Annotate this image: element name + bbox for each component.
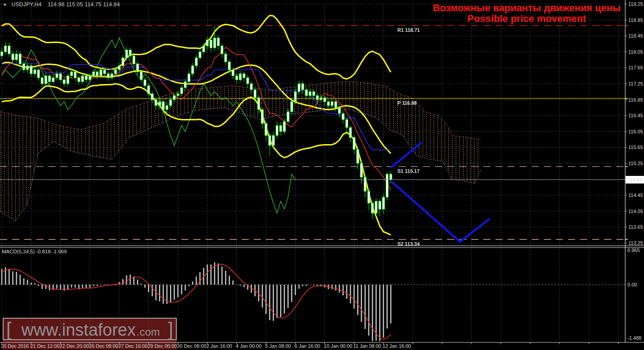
annotation-line-en: Possible price movement xyxy=(433,13,621,24)
bollinger-bands xyxy=(2,16,391,235)
svg-text:113.65: 113.65 xyxy=(628,224,643,230)
panel-separators[interactable] xyxy=(0,0,644,342)
chart-canvas[interactable]: R1 118.71P 116.88S1 115.17S2 113.34119.2… xyxy=(0,0,644,350)
current-price-value: 114.84 xyxy=(627,177,642,183)
svg-text:2 Jan 16:00: 2 Jan 16:00 xyxy=(206,343,232,349)
svg-text:27 Dec 16:00: 27 Dec 16:00 xyxy=(118,343,147,349)
svg-text:0.965: 0.965 xyxy=(627,248,640,253)
svg-text:5 Jan 08:00: 5 Jan 08:00 xyxy=(265,343,291,349)
projection-arrow-2 xyxy=(392,182,489,242)
ohlc-values: 114.98 115.05 114.75 114.84 xyxy=(48,1,120,8)
svg-text:22 Dec 20:00: 22 Dec 20:00 xyxy=(60,343,89,349)
macd-histogram xyxy=(2,262,391,341)
tenkan-sen-line xyxy=(2,47,391,190)
svg-text:113.25: 113.25 xyxy=(628,240,643,246)
svg-text:118.05: 118.05 xyxy=(628,49,643,55)
price-axis[interactable]: 119.25118.85118.45118.05117.65117.25116.… xyxy=(625,1,644,341)
macd-indicator-label: MACD(5,34,5) -0.818 -1.069 xyxy=(2,249,67,254)
svg-text:116.05: 116.05 xyxy=(628,129,643,134)
svg-text:10 Jan 00:00: 10 Jan 00:00 xyxy=(324,343,353,349)
svg-text:115.25: 115.25 xyxy=(628,161,643,166)
svg-text:119.25: 119.25 xyxy=(628,1,643,7)
symbol-dropdown-icon[interactable]: ▼ xyxy=(3,2,7,7)
svg-text:115.65: 115.65 xyxy=(628,145,643,150)
level-label-S1: S1 115.17 xyxy=(397,168,420,174)
svg-text:116.45: 116.45 xyxy=(628,113,643,118)
price-movement-annotation: Возможные варианты движения цены Possibl… xyxy=(433,3,621,24)
svg-text:21 Dec 12:00: 21 Dec 12:00 xyxy=(30,343,60,349)
svg-text:0.00: 0.00 xyxy=(627,282,637,287)
svg-text:-1.488: -1.488 xyxy=(627,335,641,341)
svg-text:116.85: 116.85 xyxy=(628,97,643,102)
level-label-P: P 116.88 xyxy=(397,100,417,106)
candlestick-series xyxy=(0,26,392,219)
svg-text:4 Jan 00:00: 4 Jan 00:00 xyxy=(236,343,262,349)
svg-text:117.65: 117.65 xyxy=(628,65,643,70)
svg-text:114.45: 114.45 xyxy=(628,192,643,198)
macd-signal-line xyxy=(2,264,391,339)
svg-text:12 Jan 16:00: 12 Jan 16:00 xyxy=(383,343,411,349)
svg-text:6 Jan 16:00: 6 Jan 16:00 xyxy=(294,343,320,349)
svg-text:29 Dec 00:00: 29 Dec 00:00 xyxy=(148,343,177,349)
svg-text:20 Dec 2016: 20 Dec 2016 xyxy=(1,343,29,349)
svg-text:118.45: 118.45 xyxy=(628,33,643,38)
level-label-R1: R1 118.71 xyxy=(397,27,420,33)
svg-text:30 Dec 08:00: 30 Dec 08:00 xyxy=(177,343,206,349)
mt4-chart-window[interactable]: [ www.instaforex .com ] R1 118.71P 116.8… xyxy=(0,0,644,350)
annotation-line-ru: Возможные варианты движения цены xyxy=(433,3,621,13)
svg-text:11 Jan 08:00: 11 Jan 08:00 xyxy=(353,343,381,349)
svg-text:117.25: 117.25 xyxy=(628,81,643,86)
chart-header: ▼ USDJPY,H4 114.98 115.05 114.75 114.84 xyxy=(3,1,120,8)
svg-text:114.05: 114.05 xyxy=(628,209,643,214)
time-axis[interactable]: 20 Dec 201621 Dec 12:0022 Dec 20:0026 De… xyxy=(1,342,618,349)
grid xyxy=(0,4,625,342)
pivot-levels: R1 118.71P 116.88S1 115.17S2 113.34 xyxy=(0,26,628,247)
svg-text:118.85: 118.85 xyxy=(628,17,643,23)
svg-text:26 Dec 08:00: 26 Dec 08:00 xyxy=(89,343,118,349)
symbol-timeframe-label: USDJPY,H4 xyxy=(12,1,42,8)
